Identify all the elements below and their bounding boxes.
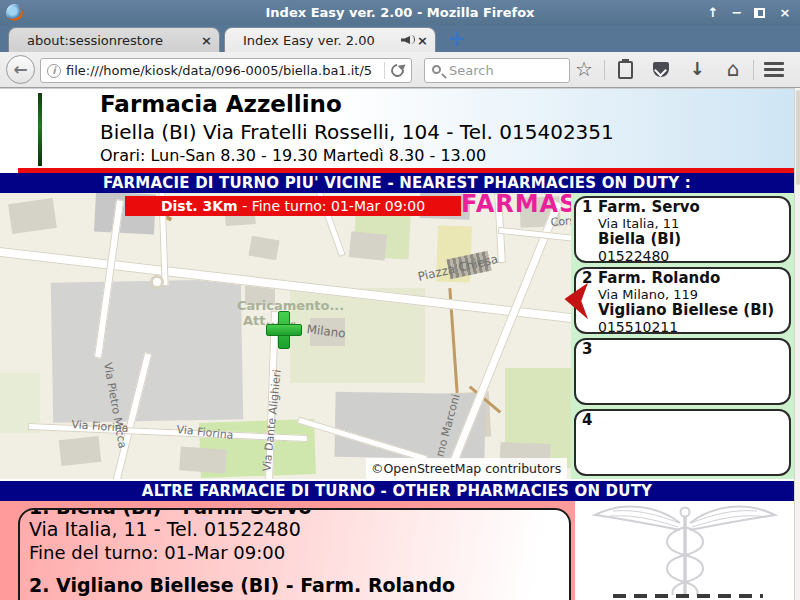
home-button[interactable]: ⌂: [715, 59, 751, 80]
osm-copyright: ©OpenStreetMap contributors: [366, 458, 567, 479]
maximize-icon: [754, 8, 765, 18]
star-icon: ☆: [575, 57, 593, 81]
other-entry-2-title: 2. Vigliano Biellese (BI) - Farm. Roland…: [29, 573, 569, 597]
other-pharmacies-banner: ALTRE FARMACIE DI TURNO - OTHER PHARMACI…: [0, 481, 794, 501]
other-entry-1-address: Via Italia, 11 - Tel. 01522480: [29, 517, 569, 541]
duty-box-3[interactable]: 3: [574, 338, 791, 405]
duty-entry: Farm. Servo Via Italia, 11 Biella (BI) 0…: [598, 198, 789, 263]
duty-street: Via Italia, 11: [598, 216, 789, 231]
caduceus-caption-clipped: [613, 594, 763, 598]
minimize-button[interactable]: −: [730, 0, 744, 25]
map-building: [8, 198, 57, 234]
duty-number: 4: [582, 411, 592, 429]
search-input[interactable]: [449, 63, 569, 78]
pharmacy-hours: Orari: Lun-San 8.30 - 19.30 Martedì 8.30…: [100, 145, 614, 167]
caduceus-icon: [583, 503, 787, 595]
home-icon: ⌂: [727, 57, 740, 81]
hamburger-icon: [764, 62, 784, 77]
green-cross-logo: [38, 93, 42, 166]
duty-entry: Farm. Rolando Via Milano, 119 Vigliano B…: [598, 269, 789, 334]
pharmacy-header: Farmacia Azzellino Biella (BI) Via Frate…: [0, 88, 794, 168]
duty-number: 3: [582, 340, 592, 358]
other-entry-1-title: 1. Biella (BI) - Farm. Servo: [29, 508, 569, 517]
firefox-window: Index Easy ver. 2.00 - Mozilla Firefox ↑…: [0, 0, 800, 600]
search-icon: [432, 65, 441, 74]
url-input[interactable]: [66, 63, 384, 78]
url-bar[interactable]: i: [40, 58, 412, 83]
pharmacy-name: Farmacia Azzellino: [100, 90, 614, 119]
pin-window-button[interactable]: ↑: [706, 0, 720, 25]
toolbar-divider: [753, 60, 754, 80]
close-window-button[interactable]: ×: [778, 0, 792, 25]
bookmarks-menu-button[interactable]: [607, 61, 643, 79]
tab-audio-icon[interactable]: [401, 34, 415, 46]
bookmarks-icon: [618, 61, 633, 79]
map-building: [248, 236, 279, 261]
map-building: [59, 436, 101, 466]
search-bar[interactable]: [424, 58, 570, 83]
reload-icon[interactable]: [388, 61, 406, 79]
pocket-button[interactable]: [643, 62, 679, 77]
back-button[interactable]: ←: [6, 55, 35, 84]
duty-box-2[interactable]: 2 Farm. Rolando Via Milano, 119 Vigliano…: [574, 267, 791, 334]
pharmacy-header-text: Farmacia Azzellino Biella (BI) Via Frate…: [100, 90, 614, 167]
duty-box-4[interactable]: 4: [574, 409, 791, 476]
tab-session-restore[interactable]: about:sessionrestore ×: [8, 27, 220, 52]
farmasi-watermark: FARMASI: [461, 193, 571, 218]
duty-city: Biella (BI): [598, 231, 789, 248]
distance-value: Dist. 3Km: [161, 198, 238, 214]
toolbar-divider: [604, 60, 605, 80]
map-building: [349, 231, 388, 261]
scrollbar-thumb[interactable]: [796, 90, 800, 185]
tab-index-easy-active[interactable]: Index Easy ver. 2.00 ×: [224, 27, 436, 52]
downloads-button[interactable]: ↓: [679, 60, 715, 79]
page-content: Farmacia Azzellino Biella (BI) Via Frate…: [0, 88, 794, 600]
navigation-toolbar: ← i ☆ ↓ ⌂: [0, 52, 800, 88]
map-road: [498, 227, 571, 242]
duty-number: 1: [582, 198, 592, 216]
duty-city: Vigliano Biellese (BI): [598, 302, 789, 319]
speaker-wave: [406, 35, 415, 44]
duty-street: Via Milano, 119: [598, 287, 789, 302]
menu-button[interactable]: [756, 59, 792, 80]
page-scrollbar[interactable]: [794, 88, 800, 600]
map-building: [179, 446, 227, 473]
window-title: Index Easy ver. 2.00 - Mozilla Firefox: [0, 5, 800, 20]
other-entry-1-shift-end: Fine del turno: 01-Mar 09:00: [29, 541, 569, 564]
maximize-button[interactable]: [754, 8, 768, 18]
duty-phone: 01522480: [598, 248, 789, 263]
distance-banner: Dist. 3Km - Fine turno: 01-Mar 09:00: [125, 196, 461, 216]
pharmacy-location-marker[interactable]: [266, 311, 302, 349]
firefox-logo-icon: [6, 4, 23, 21]
pocket-icon: [653, 62, 669, 77]
tab-close-icon[interactable]: ×: [201, 33, 219, 48]
tab-bar: about:sessionrestore × Index Easy ver. 2…: [0, 25, 800, 52]
download-icon: ↓: [689, 58, 704, 79]
shift-end-text: - Fine turno: 01-Mar 09:00: [238, 198, 425, 214]
duty-name: Farm. Rolando: [598, 270, 789, 287]
new-tab-button[interactable]: +: [447, 26, 466, 51]
map-canvas[interactable]: Via Pietro Micca Via Fiorina Via Fiorina…: [0, 193, 571, 479]
window-titlebar: Index Easy ver. 2.00 - Mozilla Firefox ↑…: [0, 0, 800, 25]
bookmark-star-button[interactable]: ☆: [566, 59, 602, 80]
duty-phone: 015510211: [598, 319, 789, 334]
caduceus-panel: [575, 501, 794, 600]
map-roundabout: [150, 275, 164, 289]
tab-label: about:sessionrestore: [9, 33, 201, 48]
duty-box-1[interactable]: 1 Farm. Servo Via Italia, 11 Biella (BI)…: [574, 196, 791, 263]
other-pharmacies-panel: 1. Biella (BI) - Farm. Servo Via Italia,…: [0, 501, 575, 600]
other-pharmacies-box: 1. Biella (BI) - Farm. Servo Via Italia,…: [18, 508, 571, 600]
pharmacy-address: Biella (BI) Via Fratelli Rosselli, 104 -…: [100, 119, 614, 145]
other-pharmacies-section: 1. Biella (BI) - Farm. Servo Via Italia,…: [0, 501, 794, 600]
duty-name: Farm. Servo: [598, 199, 789, 216]
info-icon[interactable]: i: [47, 64, 61, 78]
green-cross-icon: [266, 324, 302, 336]
map-building: [51, 279, 243, 422]
tab-label: Index Easy ver. 2.00: [225, 33, 401, 48]
tab-close-icon[interactable]: ×: [417, 33, 435, 48]
duty-pharmacy-sidebar: 1 Farm. Servo Via Italia, 11 Biella (BI)…: [571, 193, 794, 479]
toolbar-icons: ☆ ↓ ⌂: [566, 52, 792, 87]
url-divider: [384, 62, 385, 79]
window-controls: ↑ − ×: [706, 0, 796, 25]
nearest-pharmacies-banner: FARMACIE DI TURNO PIU' VICINE - NEAREST …: [0, 173, 794, 193]
